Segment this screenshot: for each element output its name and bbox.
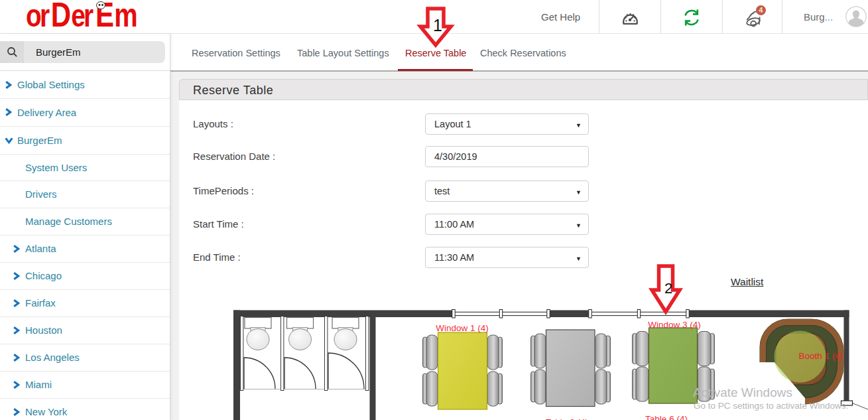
svg-text:1: 1 [433,16,442,35]
svg-text:2: 2 [664,280,672,297]
